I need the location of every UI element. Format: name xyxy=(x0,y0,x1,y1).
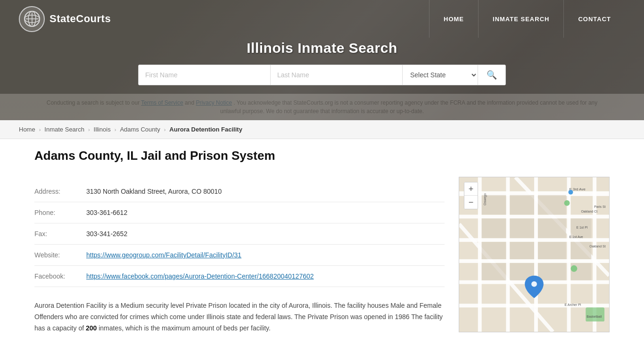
website-row: Website: https://www.geogroup.com/Facili… xyxy=(34,245,445,266)
phone-value: 303-361-6612 xyxy=(86,202,445,223)
svg-point-34 xyxy=(564,200,570,206)
top-nav: StateCourts HOME INMATE SEARCH CONTACT xyxy=(0,0,644,38)
zoom-controls: + − xyxy=(464,182,478,209)
search-bar: Select StateAlabamaAlaskaArizonaArkansas… xyxy=(138,65,506,85)
svg-text:Basketball: Basketball xyxy=(586,315,602,318)
chevron-icon-2: › xyxy=(88,127,90,132)
search-bar-area: Select StateAlabamaAlaskaArizonaArkansas… xyxy=(0,65,644,94)
svg-rect-20 xyxy=(510,195,534,215)
svg-text:E Archer Pl: E Archer Pl xyxy=(565,303,581,306)
svg-text:E 1st Ave: E 1st Ave xyxy=(570,235,583,239)
svg-text:Oakland St: Oakland St xyxy=(589,245,605,248)
facility-title: Adams County, IL Jail and Prison System xyxy=(34,148,445,168)
svg-text:Oakland Ct: Oakland Ct xyxy=(581,210,597,213)
chevron-icon-1: › xyxy=(39,127,41,132)
phone-label: Phone: xyxy=(34,202,86,223)
svg-rect-13 xyxy=(506,177,510,332)
svg-rect-24 xyxy=(538,218,566,238)
map-container: E 3rd Ave Paris St Oakland Ct E 1st Pl E… xyxy=(459,177,610,334)
first-name-input[interactable] xyxy=(139,65,271,85)
address-row: Address: 3130 North Oakland Street, Auro… xyxy=(34,181,445,202)
content-left: Adams County, IL Jail and Prison System … xyxy=(34,148,445,334)
site-header: StateCourts HOME INMATE SEARCH CONTACT I… xyxy=(0,0,644,120)
nav-links: HOME INMATE SEARCH CONTACT xyxy=(429,0,625,38)
svg-rect-26 xyxy=(482,242,506,259)
nav-contact[interactable]: CONTACT xyxy=(563,0,625,38)
breadcrumb-adams-county[interactable]: Adams County xyxy=(120,126,160,133)
logo-link[interactable]: StateCourts xyxy=(19,6,111,32)
svg-rect-22 xyxy=(482,218,506,238)
svg-rect-30 xyxy=(482,263,506,280)
state-select[interactable]: Select StateAlabamaAlaskaArizonaArkansas… xyxy=(403,65,478,85)
svg-text:Oswego: Oswego xyxy=(483,193,487,206)
fax-value: 303-341-2652 xyxy=(86,223,445,245)
svg-rect-29 xyxy=(571,242,592,259)
breadcrumb: Home › Inmate Search › Illinois › Adams … xyxy=(0,120,644,139)
svg-point-48 xyxy=(569,190,573,195)
zoom-out-button[interactable]: − xyxy=(464,196,478,209)
facility-description: Aurora Detention Facility is a Medium se… xyxy=(34,300,445,334)
phone-row: Phone: 303-361-6612 xyxy=(34,202,445,223)
last-name-input[interactable] xyxy=(271,65,403,85)
main-container: Adams County, IL Jail and Prison System … xyxy=(16,139,628,353)
website-label: Website: xyxy=(34,245,86,266)
header-title-area: Illinois Inmate Search xyxy=(0,38,644,65)
svg-rect-21 xyxy=(538,195,566,215)
search-icon: 🔍 xyxy=(487,70,497,80)
logo-icon xyxy=(19,6,45,32)
svg-point-47 xyxy=(531,281,537,287)
address-label: Address: xyxy=(34,181,86,202)
svg-text:Paris St: Paris St xyxy=(594,205,605,208)
svg-rect-23 xyxy=(510,218,534,238)
svg-rect-27 xyxy=(510,242,534,259)
description-text-after: inmates, which is the maximum amount of … xyxy=(99,324,271,332)
map-svg: E 3rd Ave Paris St Oakland Ct E 1st Pl E… xyxy=(459,177,609,332)
map-area: E 3rd Ave Paris St Oakland Ct E 1st Pl E… xyxy=(459,177,610,332)
facebook-row: Facebook: https://www.facebook.com/pages… xyxy=(34,266,445,287)
svg-rect-12 xyxy=(478,177,482,332)
breadcrumb-illinois[interactable]: Illinois xyxy=(94,126,111,133)
capacity-value: 200 xyxy=(86,324,97,332)
search-button[interactable]: 🔍 xyxy=(478,65,505,85)
fax-row: Fax: 303-341-2652 xyxy=(34,223,445,245)
facility-info-table: Address: 3130 North Oakland Street, Auro… xyxy=(34,181,445,287)
svg-rect-28 xyxy=(538,242,566,259)
svg-rect-32 xyxy=(538,263,566,280)
address-value: 3130 North Oakland Street, Aurora, CO 80… xyxy=(86,181,445,202)
chevron-icon-3: › xyxy=(115,127,116,132)
facebook-link[interactable]: https://www.facebook.com/pages/Aurora-De… xyxy=(86,272,314,280)
fax-label: Fax: xyxy=(34,223,86,245)
logo-text: StateCourts xyxy=(50,13,111,25)
breadcrumb-current: Aurora Detention Facility xyxy=(169,126,242,133)
nav-inmate-search[interactable]: INMATE SEARCH xyxy=(478,0,563,38)
svg-point-35 xyxy=(571,265,578,272)
facebook-value: https://www.facebook.com/pages/Aurora-De… xyxy=(86,266,445,287)
page-title: Illinois Inmate Search xyxy=(0,40,644,56)
facebook-label: Facebook: xyxy=(34,266,86,287)
website-value: https://www.geogroup.com/FacilityDetail/… xyxy=(86,245,445,266)
chevron-icon-4: › xyxy=(164,127,166,132)
svg-text:E 1st Pl: E 1st Pl xyxy=(576,226,587,229)
nav-home[interactable]: HOME xyxy=(429,0,478,38)
breadcrumb-inmate-search[interactable]: Inmate Search xyxy=(44,126,84,133)
zoom-in-button[interactable]: + xyxy=(464,182,478,196)
breadcrumb-home[interactable]: Home xyxy=(19,126,35,133)
website-link[interactable]: https://www.geogroup.com/FacilityDetail/… xyxy=(86,251,241,259)
